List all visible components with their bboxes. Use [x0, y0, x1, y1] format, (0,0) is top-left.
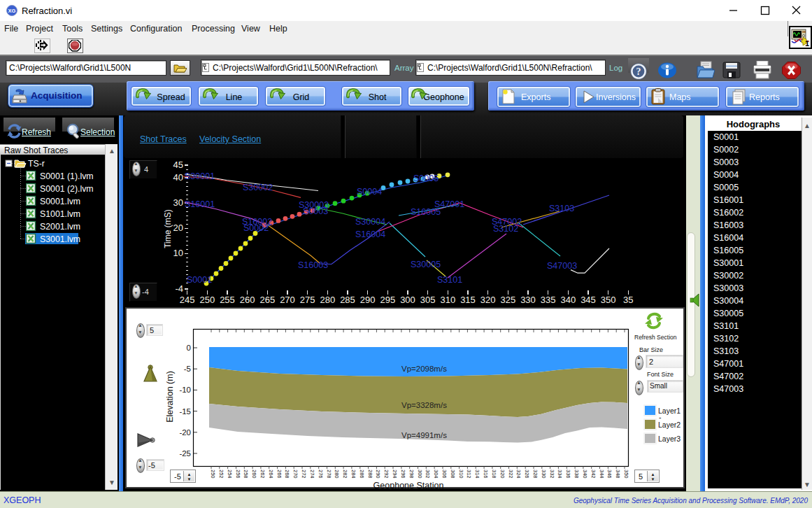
svg-text:275: 275	[300, 295, 315, 305]
svg-text:S30005: S30005	[411, 260, 441, 269]
svg-text:262: 262	[259, 470, 266, 479]
svg-text:266: 266	[276, 470, 283, 479]
svg-text:342: 342	[590, 470, 597, 479]
svg-text:280: 280	[320, 295, 336, 305]
svg-text:306: 306	[441, 470, 448, 479]
svg-text:45: 45	[173, 160, 183, 170]
svg-text:S0003: S0003	[303, 206, 328, 216]
svg-text:318: 318	[491, 470, 497, 479]
svg-text:-20: -20	[179, 428, 191, 437]
svg-text:-15: -15	[179, 407, 191, 416]
svg-text:20: 20	[173, 223, 183, 233]
svg-text:330: 330	[520, 295, 536, 305]
svg-text:338: 338	[574, 470, 580, 479]
svg-text:325: 325	[500, 295, 515, 305]
svg-text:270: 270	[280, 295, 295, 305]
svg-text:320: 320	[480, 295, 496, 305]
svg-text:S30004: S30004	[355, 217, 385, 227]
svg-text:S16001: S16001	[185, 199, 215, 209]
svg-text:S0001: S0001	[187, 275, 212, 285]
svg-text:326: 326	[524, 470, 530, 479]
svg-text:310: 310	[458, 470, 464, 479]
svg-text:340: 340	[560, 295, 576, 305]
svg-text:270: 270	[292, 470, 299, 479]
svg-text:335: 335	[541, 295, 556, 305]
svg-text:292: 292	[383, 470, 390, 479]
svg-text:296: 296	[400, 470, 406, 479]
svg-text:S30001: S30001	[185, 171, 215, 181]
svg-text:1: 1	[805, 39, 809, 47]
svg-text:312: 312	[466, 470, 472, 479]
svg-text:S0005: S0005	[413, 174, 439, 183]
svg-text:284: 284	[350, 470, 357, 479]
svg-text:S0002: S0002	[243, 223, 269, 233]
svg-text:S16005: S16005	[411, 207, 441, 217]
svg-text:S0004: S0004	[357, 187, 382, 197]
svg-text:288: 288	[367, 470, 373, 479]
svg-text:350: 350	[601, 295, 616, 305]
svg-text:316: 316	[483, 470, 489, 479]
svg-text:245: 245	[180, 295, 195, 305]
svg-text:30: 30	[173, 197, 183, 208]
svg-text:-5: -5	[184, 365, 191, 373]
svg-text:Vp=4991m/s: Vp=4991m/s	[401, 431, 447, 439]
svg-text:300: 300	[400, 295, 415, 305]
svg-text:322: 322	[508, 470, 514, 479]
svg-text:255: 255	[220, 295, 235, 305]
svg-text:340: 340	[582, 470, 588, 479]
svg-text:276: 276	[318, 470, 324, 479]
svg-text:315: 315	[460, 295, 476, 305]
svg-text:S16003: S16003	[298, 260, 328, 270]
svg-text:Time (mS): Time (mS)	[163, 209, 173, 248]
svg-text:290: 290	[375, 470, 381, 479]
svg-text:345: 345	[580, 295, 596, 305]
svg-text:0: 0	[187, 344, 191, 352]
svg-text:320: 320	[499, 470, 506, 479]
svg-text:304: 304	[433, 470, 439, 479]
svg-text:265: 265	[260, 295, 276, 305]
svg-text:260: 260	[240, 295, 255, 305]
svg-text:264: 264	[268, 470, 274, 479]
svg-text:324: 324	[515, 470, 522, 479]
svg-text:250: 250	[210, 470, 216, 479]
svg-text:S3101: S3101	[437, 275, 462, 285]
svg-text:350: 350	[623, 470, 629, 479]
svg-text:310: 310	[440, 295, 455, 305]
svg-text:-4: -4	[175, 283, 183, 294]
svg-text:S16004: S16004	[355, 230, 385, 239]
svg-text:-10: -10	[179, 386, 191, 394]
svg-text:258: 258	[243, 470, 249, 479]
svg-text:Elevation (m): Elevation (m)	[165, 371, 175, 423]
svg-text:XG: XG	[8, 8, 16, 14]
svg-text:274: 274	[309, 470, 315, 479]
svg-text:260: 260	[251, 470, 257, 479]
svg-text:-25: -25	[179, 449, 191, 458]
svg-text:S3103: S3103	[549, 204, 574, 213]
svg-text:294: 294	[392, 470, 398, 479]
svg-text:35: 35	[623, 295, 633, 305]
svg-text:Vp=2098m/s: Vp=2098m/s	[401, 365, 447, 373]
svg-text:344: 344	[599, 470, 605, 479]
svg-text:256: 256	[235, 470, 241, 479]
svg-text:302: 302	[425, 470, 431, 479]
svg-text:295: 295	[380, 295, 395, 305]
svg-text:308: 308	[450, 470, 456, 479]
svg-text:Vp=3328m/s: Vp=3328m/s	[401, 401, 447, 409]
svg-text:272: 272	[301, 470, 307, 479]
svg-text:285: 285	[340, 295, 355, 305]
svg-text:S30002: S30002	[243, 183, 273, 192]
svg-text:334: 334	[557, 470, 563, 479]
svg-text:290: 290	[360, 295, 376, 305]
svg-text:268: 268	[284, 470, 290, 479]
svg-text:Geophone Station: Geophone Station	[373, 481, 444, 490]
svg-text:?: ?	[636, 66, 641, 77]
svg-text:346: 346	[606, 470, 613, 479]
svg-text:332: 332	[549, 470, 555, 479]
svg-text:298: 298	[408, 470, 415, 479]
svg-text:328: 328	[532, 470, 539, 479]
svg-text:278: 278	[326, 470, 332, 479]
svg-text:348: 348	[615, 470, 621, 479]
svg-text:314: 314	[474, 470, 480, 479]
svg-text:10: 10	[173, 248, 183, 258]
svg-text:280: 280	[334, 470, 340, 479]
